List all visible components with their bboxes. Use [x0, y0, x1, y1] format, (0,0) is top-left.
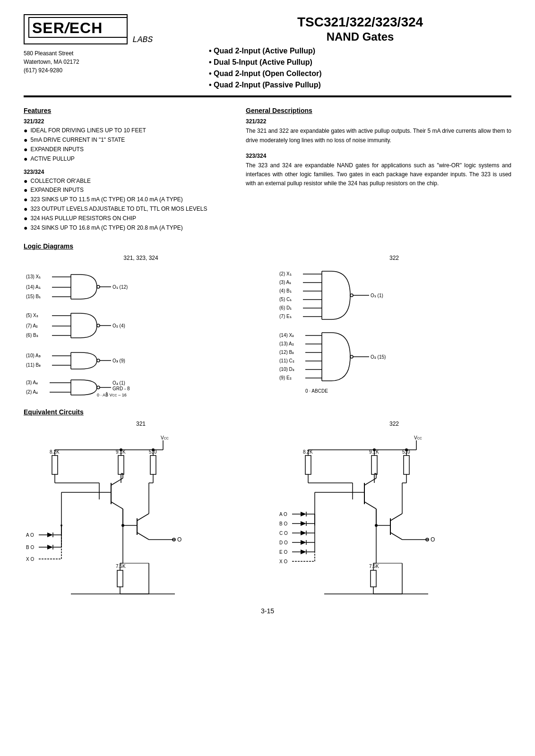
svg-text:X O: X O [26, 557, 34, 562]
logic-diagrams-section: Logic Diagrams 321, 323, 324 (13) X₁ (14… [24, 242, 511, 399]
svg-marker-211 [301, 550, 306, 554]
bullet-dot: ● [24, 186, 27, 194]
svg-text:(11) B₃: (11) B₃ [26, 362, 41, 368]
svg-point-168 [373, 448, 376, 451]
logo-section: SER/ECH LABS 580 Pleasant Street Waterto… [24, 14, 175, 75]
svg-text:(13) X₁: (13) X₁ [26, 274, 41, 279]
logic-svg-right: (2) X₁ (3) A₁ (4) B₁ (5) C₁ (6) D₁ (7) E… [277, 265, 447, 397]
svg-point-12 [97, 285, 100, 288]
svg-point-143 [122, 524, 124, 526]
header: SER/ECH LABS 580 Pleasant Street Waterto… [24, 14, 511, 91]
svg-text:(3) A₁: (3) A₁ [279, 280, 291, 285]
title-bullet-3: • Quad 2-Input (Open Collector) [209, 68, 511, 79]
svg-text:GRD - 8: GRD - 8 [112, 386, 130, 391]
desc-subsection-323-324: 323/324 [246, 153, 511, 159]
general-desc-title: General Descriptions [246, 107, 511, 114]
svg-line-108 [111, 502, 123, 509]
logic-diagram-left: 321, 323, 324 (13) X₁ (14) A₁ (15) B₁ [24, 255, 258, 399]
svg-text:O: O [431, 536, 435, 543]
svg-text:7.5K: 7.5K [369, 564, 379, 569]
svg-text:0 · ABCDE: 0 · ABCDE [305, 388, 328, 394]
svg-rect-156 [305, 455, 311, 474]
svg-text:(12) B₂: (12) B₂ [279, 350, 294, 355]
general-desc-section: General Descriptions 321/322 The 321 and… [246, 107, 511, 233]
svg-rect-160 [371, 455, 377, 474]
circuit-321-title: 321 [24, 421, 258, 427]
svg-text:B O: B O [279, 521, 287, 526]
svg-text:(11) C₂: (11) C₂ [279, 358, 294, 363]
bullet-dot: ● [24, 136, 27, 144]
svg-marker-124 [47, 533, 53, 537]
title-nand: NAND Gates [209, 30, 511, 44]
title-bullet-2: • Dual 5-Input (Active Pullup) [209, 57, 511, 68]
svg-text:(14) A₁: (14) A₁ [26, 284, 41, 290]
svg-point-24 [97, 324, 100, 327]
svg-marker-196 [301, 521, 306, 526]
svg-text:A O: A O [279, 512, 287, 517]
svg-text:X O: X O [279, 559, 287, 564]
feature-323-2: ● EXPANDER INPUTS [24, 186, 227, 194]
title-bullet-1: • Quad 2-Input (Active Pullup) [209, 45, 511, 57]
desc-subsection-321-322: 321/322 [246, 118, 511, 125]
svg-marker-131 [47, 545, 53, 550]
svg-text:7.5K: 7.5K [116, 564, 126, 569]
svg-rect-138 [117, 570, 123, 587]
logic-diagrams-container: 321, 323, 324 (13) X₁ (14) A₁ (15) B₁ [24, 255, 511, 399]
svg-text:O₄ (1): O₄ (1) [112, 380, 125, 386]
svg-text:(3) A₄: (3) A₄ [26, 380, 38, 385]
page: SER/ECH LABS 580 Pleasant Street Waterto… [0, 0, 535, 756]
feature-item-4: ● ACTIVE PULLUP [24, 155, 227, 163]
logo-text: SER/ECH [28, 25, 128, 43]
svg-text:VCC: VCC [161, 435, 169, 440]
svg-text:E O: E O [279, 550, 287, 555]
circuit-svg-322: VCC 8.2K 9.1K 510 [277, 431, 457, 596]
desc-321-322-text: The 321 and 322 are expandable gates wit… [246, 127, 511, 145]
circuit-svg-321: VCC 8.2K 9.1K 510 [24, 431, 203, 596]
svg-rect-218 [371, 570, 376, 587]
svg-point-44 [97, 386, 100, 389]
svg-line-183 [390, 533, 402, 540]
svg-text:(10) A₃: (10) A₃ [26, 353, 41, 358]
features-subsection-321-322: 321/322 [24, 118, 227, 125]
main-content: Features 321/322 ● IDEAL FOR DRIVING LIN… [24, 107, 511, 233]
svg-text:(6) D₁: (6) D₁ [279, 305, 292, 310]
svg-point-223 [375, 524, 377, 526]
svg-rect-164 [404, 455, 409, 474]
logo-box: SER/ECH [24, 14, 128, 44]
svg-text:B O: B O [26, 545, 34, 550]
title-main: TSC321/322/323/324 [209, 14, 511, 30]
svg-text:C O: C O [279, 531, 288, 536]
svg-point-102 [152, 448, 155, 451]
svg-rect-8 [71, 275, 90, 299]
circuit-321: 321 VCC 8.2K 9.1K [24, 421, 258, 598]
desc-323-324-text: The 323 and 324 are expandable NAND gate… [246, 161, 511, 189]
bullet-dot: ● [24, 177, 27, 185]
address: 580 Pleasant Street Watertown, MA 02172 … [24, 49, 175, 75]
bullet-dot: ● [24, 224, 27, 232]
bullet-dot: ● [24, 205, 27, 213]
feature-item-2: ● 5mA DRIVE CURRENT IN "1" STATE [24, 136, 227, 144]
svg-text:SER/ECH: SER/ECH [32, 19, 103, 36]
svg-text:O: O [177, 536, 181, 543]
svg-text:(5) C₁: (5) C₁ [279, 297, 292, 302]
svg-text:(9) E₂: (9) E₂ [279, 375, 292, 380]
page-number: 3-15 [24, 607, 511, 615]
features-title: Features [24, 107, 227, 114]
title-bullets: • Quad 2-Input (Active Pullup) • Dual 5-… [209, 45, 511, 91]
address-line3: (617) 924-9280 [24, 66, 175, 75]
svg-point-34 [97, 359, 100, 362]
feature-323-3: ● 323 SINKS UP TO 11.5 mA (C TYPE) OR 14… [24, 196, 227, 204]
feature-323-1: ● COLLECTOR OR'ABLE [24, 177, 227, 185]
svg-text:O₃ (9): O₃ (9) [112, 358, 125, 363]
equiv-circuits-container: 321 VCC 8.2K 9.1K [24, 421, 511, 598]
svg-text:(15) B₁: (15) B₁ [26, 294, 41, 299]
svg-text:(10) D₂: (10) D₂ [279, 367, 294, 372]
features-section: Features 321/322 ● IDEAL FOR DRIVING LIN… [24, 107, 227, 233]
svg-text:(7) E₁: (7) E₁ [279, 314, 292, 319]
svg-text:O₂ (4): O₂ (4) [112, 323, 125, 328]
logic-svg-left: (13) X₁ (14) A₁ (15) B₁ O₁ (12) [24, 265, 194, 397]
svg-text:(5) X₂: (5) X₂ [26, 313, 38, 318]
svg-text:O₂ (15): O₂ (15) [371, 354, 386, 360]
svg-marker-206 [301, 540, 306, 545]
address-line1: 580 Pleasant Street [24, 49, 175, 58]
